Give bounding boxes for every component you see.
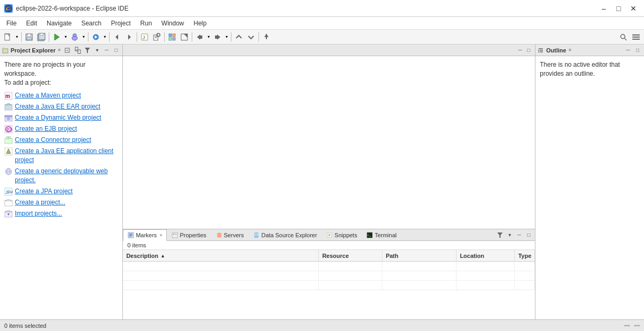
menu-edit[interactable]: Edit: [22, 19, 41, 28]
tab-markers[interactable]: Markers ×: [123, 229, 167, 241]
external-tools-dropdown[interactable]: ▾: [102, 31, 108, 43]
maximize-view-icon[interactable]: □: [112, 46, 120, 55]
col-location[interactable]: Location: [457, 250, 515, 261]
properties-tab-label: Properties: [180, 232, 206, 238]
tab-datasource[interactable]: Data Source Explorer: [248, 229, 321, 240]
perspective-button[interactable]: [166, 31, 178, 43]
prev-edit-button[interactable]: [111, 31, 123, 43]
tab-snippets[interactable]: Snippets: [322, 229, 362, 240]
ear-icon: [4, 103, 13, 111]
menu-window[interactable]: Window: [157, 19, 189, 28]
jeeapp-icon: [4, 147, 13, 156]
debug-button[interactable]: [69, 31, 80, 43]
pin-button[interactable]: [261, 31, 272, 43]
table-body: [123, 262, 535, 319]
nav-down-button[interactable]: [245, 31, 257, 43]
create-jpa-link[interactable]: Create a JPA project: [15, 187, 73, 196]
cell-path-1: [382, 262, 457, 271]
bottom-view-menu-icon[interactable]: ▾: [505, 231, 514, 239]
forward-button[interactable]: [212, 31, 223, 43]
window-controls: – □ ✕: [597, 3, 640, 14]
svg-point-96: [538, 50, 539, 51]
svg-rect-54: [5, 115, 12, 117]
col-type[interactable]: Type: [515, 250, 535, 261]
project-explorer-close[interactable]: ×: [58, 47, 61, 53]
forward-dropdown[interactable]: ▾: [224, 31, 229, 43]
create-ejb-link[interactable]: Create an EJB project: [15, 124, 77, 133]
open-type-button[interactable]: J: [139, 31, 150, 43]
outline-panel: Outline × ─ □ There is no active editor …: [535, 44, 644, 319]
minimize-view-icon[interactable]: ─: [102, 46, 111, 55]
editor-min-icon[interactable]: ─: [516, 46, 524, 55]
save-button[interactable]: [23, 31, 35, 43]
create-connector-link[interactable]: Create a Connector project: [15, 136, 91, 145]
maximize-button[interactable]: □: [612, 3, 625, 14]
menu-navigate[interactable]: Navigate: [42, 19, 76, 28]
search-toolbar-button[interactable]: [618, 31, 629, 43]
svg-marker-16: [115, 34, 118, 40]
maximize-view-button[interactable]: [178, 31, 190, 43]
list-item: Create a project...: [4, 198, 118, 207]
cell-desc-3: [123, 281, 319, 290]
next-edit-button[interactable]: [123, 31, 135, 43]
external-tools-button[interactable]: [90, 31, 102, 43]
panel-header-left: Project Explorer ×: [2, 47, 61, 53]
title-bar: eclipse-2022-6-workspace - Eclipse IDE –…: [0, 0, 644, 17]
tab-servers[interactable]: Servers: [211, 229, 249, 240]
import-projects-link[interactable]: Import projects...: [15, 209, 62, 218]
create-ear-link[interactable]: Create a Java EE EAR project: [15, 102, 100, 111]
back-button[interactable]: [194, 31, 205, 43]
svg-rect-33: [215, 35, 217, 39]
menu-file[interactable]: File: [2, 19, 21, 28]
new-dropdown[interactable]: ▾: [14, 31, 20, 43]
cell-location-1: [457, 262, 515, 271]
bottom-maximize-icon[interactable]: □: [524, 231, 533, 239]
outline-min-icon[interactable]: ─: [624, 46, 632, 55]
bottom-filter-icon[interactable]: [496, 231, 504, 239]
run-button[interactable]: [51, 31, 62, 43]
new-button[interactable]: [2, 31, 14, 43]
create-generic-web-link[interactable]: Create a generic deployable web project.: [15, 167, 118, 185]
create-project-link[interactable]: Create a project...: [15, 198, 65, 207]
toolbar-search-area: [618, 31, 642, 43]
menu-help[interactable]: Help: [190, 19, 211, 28]
filter-icon[interactable]: [83, 46, 92, 55]
svg-rect-61: [8, 137, 11, 139]
create-jeeapp-link[interactable]: Create a Java EE application client proj…: [15, 147, 118, 165]
close-button[interactable]: ✕: [627, 3, 640, 14]
col-path[interactable]: Path: [382, 250, 457, 261]
svg-rect-39: [632, 37, 640, 38]
editor-header: ─ □: [123, 44, 535, 56]
view-menu-icon[interactable]: ▾: [93, 46, 101, 55]
debug-dropdown[interactable]: ▾: [81, 31, 86, 43]
cell-resource-3: [319, 281, 382, 290]
menu-search[interactable]: Search: [77, 19, 105, 28]
save-all-button[interactable]: [35, 31, 47, 43]
tab-properties[interactable]: Properties: [167, 229, 211, 240]
project-explorer-panel: Project Explorer × ▾ ─ □ There are: [0, 44, 123, 319]
menu-project[interactable]: Project: [106, 19, 135, 28]
col-description[interactable]: Description ▲: [123, 250, 319, 261]
view-button[interactable]: [630, 31, 642, 43]
eclipse-icon: [4, 4, 13, 13]
menu-run[interactable]: Run: [136, 19, 156, 28]
svg-point-86: [254, 236, 258, 237]
create-dynamic-web-link[interactable]: Create a Dynamic Web project: [15, 113, 101, 122]
nav-up-button[interactable]: [233, 31, 245, 43]
run-dropdown[interactable]: ▾: [63, 31, 68, 43]
outline-close[interactable]: ×: [568, 47, 571, 53]
minimize-button[interactable]: –: [597, 3, 610, 14]
col-resource[interactable]: Resource: [319, 250, 382, 261]
outline-max-icon[interactable]: □: [633, 46, 642, 55]
editor-max-icon[interactable]: □: [524, 46, 533, 55]
svg-rect-7: [26, 38, 32, 40]
collapse-all-icon[interactable]: [64, 46, 73, 55]
link-with-editor-icon[interactable]: [74, 46, 82, 55]
list-item: Create a Java EE EAR project: [4, 102, 118, 111]
open-resource-button[interactable]: [151, 31, 163, 43]
tab-terminal[interactable]: Terminal: [362, 229, 401, 240]
back-dropdown[interactable]: ▾: [206, 31, 211, 43]
create-maven-link[interactable]: Create a Maven project: [15, 91, 81, 100]
bottom-minimize-icon[interactable]: ─: [515, 231, 523, 239]
markers-tab-close[interactable]: ×: [159, 232, 162, 238]
